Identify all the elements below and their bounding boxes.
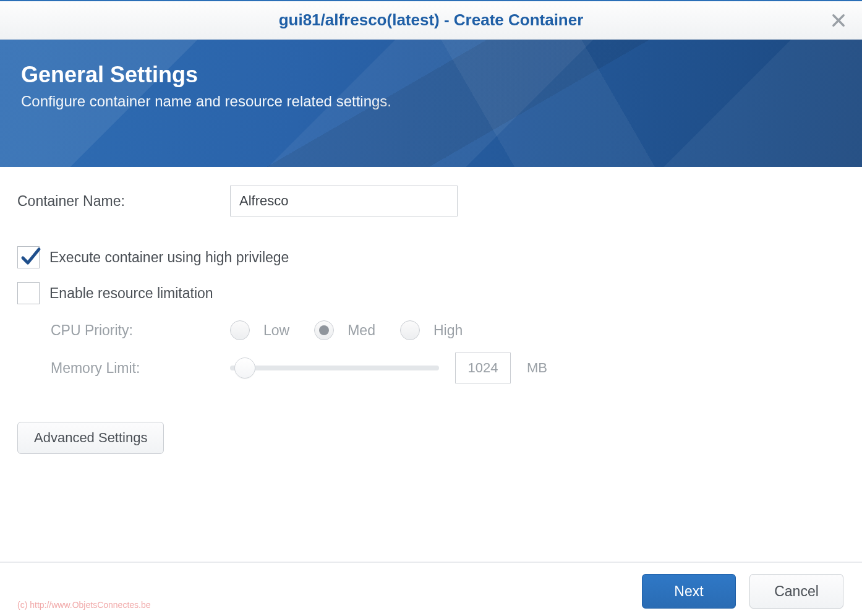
memory-unit: MB (527, 360, 547, 376)
high-privilege-label: Execute container using high privilege (49, 249, 289, 266)
page-subheading: Configure container name and resource re… (21, 93, 841, 110)
check-icon (19, 246, 41, 268)
cpu-radio-high-label: High (433, 322, 463, 339)
footer: (c) http://www.ObjetsConnectes.be Next C… (0, 562, 862, 616)
cpu-radio-med[interactable] (314, 320, 334, 340)
memory-limit-row: Memory Limit: MB (17, 353, 845, 383)
memory-limit-label: Memory Limit: (51, 360, 230, 377)
advanced-settings-button[interactable]: Advanced Settings (17, 422, 164, 454)
high-privilege-checkbox[interactable] (17, 246, 40, 268)
cpu-radio-low[interactable] (230, 320, 250, 340)
close-button[interactable] (830, 12, 847, 29)
window-title: gui81/alfresco(latest) - Create Containe… (279, 11, 584, 30)
cpu-priority-row: CPU Priority: Low Med High (17, 320, 845, 340)
next-button[interactable]: Next (642, 574, 736, 609)
create-container-dialog: gui81/alfresco(latest) - Create Containe… (0, 0, 862, 616)
close-icon (830, 12, 847, 29)
memory-slider-wrap: MB (230, 353, 547, 383)
memory-value-input[interactable] (455, 353, 511, 383)
container-name-input[interactable] (230, 186, 458, 216)
cancel-button[interactable]: Cancel (749, 574, 843, 609)
watermark: (c) http://www.ObjetsConnectes.be (17, 600, 151, 610)
container-name-label: Container Name: (17, 193, 230, 210)
resource-limit-row: Enable resource limitation (17, 282, 845, 304)
high-privilege-row: Execute container using high privilege (17, 246, 845, 268)
banner: General Settings Configure container nam… (0, 40, 862, 167)
cpu-radio-med-label: Med (348, 322, 375, 339)
cpu-radio-high[interactable] (400, 320, 420, 340)
resource-limit-checkbox[interactable] (17, 282, 40, 304)
cpu-radio-low-label: Low (263, 322, 289, 339)
cpu-priority-label: CPU Priority: (51, 322, 230, 339)
page-heading: General Settings (21, 62, 841, 88)
memory-slider[interactable] (230, 366, 439, 370)
titlebar: gui81/alfresco(latest) - Create Containe… (0, 1, 862, 40)
container-name-row: Container Name: (17, 186, 845, 216)
memory-slider-thumb[interactable] (234, 357, 255, 379)
resource-limit-label: Enable resource limitation (49, 285, 213, 302)
cpu-priority-group: Low Med High (230, 320, 474, 340)
form-area: Container Name: Execute container using … (0, 167, 862, 562)
